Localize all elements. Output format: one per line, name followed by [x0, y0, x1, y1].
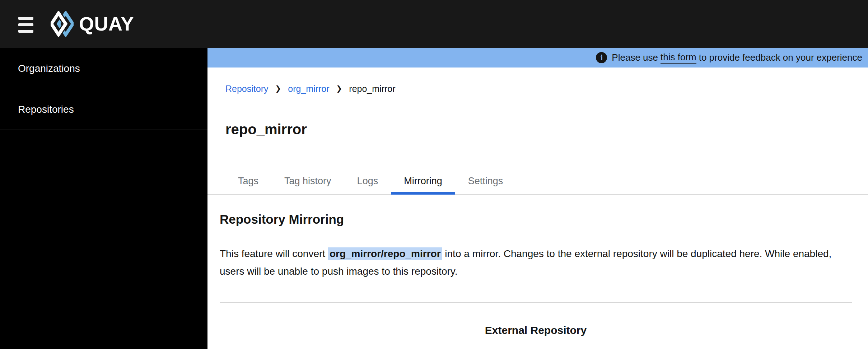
- tab-settings[interactable]: Settings: [455, 169, 516, 194]
- sidebar-nav: Organizations Repositories: [0, 48, 207, 349]
- app-header: QUAY: [0, 0, 868, 48]
- sidebar-item-organizations[interactable]: Organizations: [0, 48, 207, 89]
- active-tab-indicator: [391, 192, 455, 195]
- breadcrumb-current-repo-mirror: repo_mirror: [349, 83, 395, 94]
- feedback-text-prefix: Please use: [612, 52, 658, 63]
- hamburger-menu-button[interactable]: [18, 17, 33, 33]
- hamburger-icon: [18, 30, 33, 33]
- main-content: i Please use this form to provide feedba…: [207, 48, 868, 349]
- sidebar-item-repositories[interactable]: Repositories: [0, 89, 207, 130]
- hamburger-icon: [18, 23, 33, 26]
- feedback-banner: i Please use this form to provide feedba…: [207, 48, 868, 68]
- hamburger-icon: [18, 17, 33, 20]
- external-repository-heading: External Repository: [220, 323, 852, 338]
- chevron-right-icon: ❯: [275, 83, 281, 94]
- quay-logo[interactable]: QUAY: [51, 11, 134, 37]
- tab-tags[interactable]: Tags: [225, 169, 271, 194]
- breadcrumb: Repository ❯ org_mirror ❯ repo_mirror: [207, 68, 868, 94]
- quay-app-screen: QUAY Organizations Repositories i Please…: [0, 0, 868, 349]
- mirroring-description: This feature will convert org_mirror/rep…: [220, 245, 844, 280]
- tab-tag-history[interactable]: Tag history: [271, 169, 344, 194]
- info-icon: i: [596, 52, 607, 63]
- feedback-text-suffix: to provide feedback on your experience: [699, 52, 862, 63]
- breadcrumb-link-org-mirror[interactable]: org_mirror: [288, 83, 329, 94]
- page-title: repo_mirror: [225, 120, 850, 139]
- tab-logs[interactable]: Logs: [344, 169, 391, 194]
- sidebar-item-label: Organizations: [18, 63, 80, 74]
- breadcrumb-link-repository[interactable]: Repository: [225, 83, 269, 94]
- repository-mirroring-heading: Repository Mirroring: [220, 211, 852, 228]
- chevron-right-icon: ❯: [336, 83, 342, 94]
- feedback-form-link[interactable]: this form: [661, 52, 696, 64]
- sidebar-item-label: Repositories: [18, 104, 74, 115]
- quay-logo-mark-icon: [51, 11, 74, 37]
- mirroring-description-before: This feature will convert: [220, 248, 328, 259]
- tab-mirroring-label: Mirroring: [404, 176, 442, 186]
- tab-mirroring[interactable]: Mirroring: [391, 169, 455, 194]
- repo-path-highlight: org_mirror/repo_mirror: [328, 247, 442, 260]
- section-divider: [220, 302, 852, 303]
- repository-tabs: Tags Tag history Logs Mirroring Settings: [207, 169, 868, 195]
- quay-logo-text: QUAY: [79, 11, 134, 37]
